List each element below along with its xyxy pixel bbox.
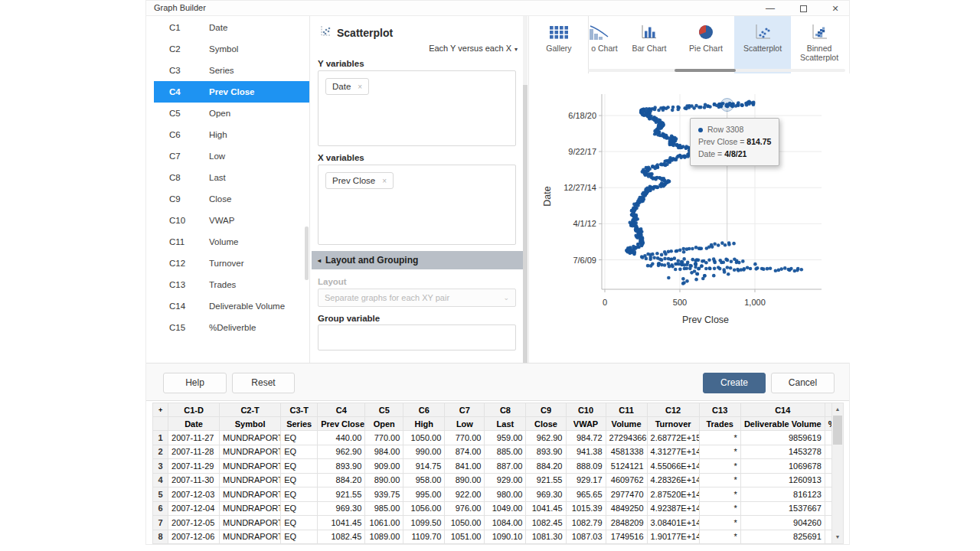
worksheet-cell[interactable]: 1453278	[740, 445, 825, 459]
remove-chip-icon[interactable]: ×	[382, 177, 387, 185]
cancel-button[interactable]: Cancel	[771, 373, 835, 393]
worksheet-cell[interactable]: MUNDRAPORT	[220, 431, 281, 445]
worksheet-cell[interactable]: 5124121	[606, 459, 647, 474]
column-header-id[interactable]: C13	[699, 403, 740, 417]
worksheet-cell[interactable]: 958.00	[403, 473, 445, 487]
worksheet-cell[interactable]: *	[699, 530, 740, 544]
worksheet-cell[interactable]: 816123	[740, 487, 825, 502]
column-item-c7[interactable]: C7Low	[154, 145, 309, 167]
worksheet-cell[interactable]: 2007-12-04	[168, 501, 220, 516]
minimize-button[interactable]: —	[763, 2, 777, 15]
column-header-name[interactable]: Low	[445, 417, 485, 431]
worksheet-cell[interactable]: 995.00	[403, 487, 445, 502]
worksheet-cell[interactable]	[825, 487, 831, 502]
worksheet-cell[interactable]: 890.00	[445, 473, 485, 487]
worksheet-cell[interactable]: 1051.00	[445, 530, 485, 544]
worksheet-cell[interactable]: 9859619	[740, 431, 825, 445]
column-header-id[interactable]: C10	[566, 403, 606, 417]
gallery-item-binned-scatterplot[interactable]: Binned Scatterplot	[791, 16, 848, 73]
worksheet-cell[interactable]: 1056.00	[403, 501, 445, 516]
y-variables-box[interactable]: Date×	[318, 70, 516, 146]
column-item-c2[interactable]: C2Symbol	[154, 38, 309, 60]
worksheet-cell[interactable]: *	[699, 431, 740, 445]
worksheet-cell[interactable]: 976.00	[445, 501, 485, 516]
column-header-name[interactable]: Trades	[699, 417, 740, 431]
worksheet-cell[interactable]: 888.09	[566, 459, 606, 474]
column-item-c10[interactable]: C10VWAP	[154, 210, 309, 231]
worksheet-cell[interactable]: 1061.00	[365, 516, 403, 530]
worksheet-cell[interactable]: 2007-11-28	[168, 445, 220, 459]
x-variables-box[interactable]: Prev Close×	[318, 165, 516, 245]
worksheet-cell[interactable]: 1081.30	[526, 530, 566, 544]
worksheet-cell[interactable]: *	[699, 445, 740, 459]
worksheet-cell[interactable]: 1537667	[740, 501, 825, 516]
worksheet-cell[interactable]: 985.00	[365, 501, 403, 516]
worksheet-cell[interactable]: 2.87520E+14	[647, 487, 699, 502]
worksheet-cell[interactable]: 921.55	[318, 487, 365, 502]
worksheet-cell[interactable]: *	[699, 501, 740, 516]
worksheet-cell[interactable]: 887.00	[485, 459, 526, 474]
row-number[interactable]: 6	[153, 501, 168, 516]
worksheet-cell[interactable]: 27294366	[606, 431, 647, 445]
row-number[interactable]: 4	[153, 473, 168, 487]
worksheet-cell[interactable]: *	[699, 487, 740, 502]
gallery-item-pareto-chart[interactable]: o Chart	[588, 16, 621, 73]
worksheet-cell[interactable]: 2977470	[606, 487, 647, 502]
panel-scrollbar[interactable]	[523, 16, 528, 362]
worksheet-scrollbar[interactable]: ▲ ▼	[831, 403, 844, 544]
worksheet-cell[interactable]: 929.17	[566, 473, 606, 487]
gallery-scrollbar-thumb[interactable]	[675, 69, 736, 72]
worksheet-cell[interactable]: MUNDRAPORT	[220, 501, 281, 516]
worksheet-cell[interactable]: 962.90	[318, 445, 365, 459]
layout-grouping-header[interactable]: ◂Layout and Grouping	[312, 251, 524, 269]
worksheet-cell[interactable]: 969.30	[526, 487, 566, 502]
worksheet-cell[interactable]	[825, 530, 831, 544]
column-header-name[interactable]: Last	[485, 417, 526, 431]
worksheet-cell[interactable]: 4.31277E+14	[647, 445, 699, 459]
column-header-name[interactable]: Volume	[606, 417, 647, 431]
column-header-name[interactable]: Prev Close	[318, 417, 365, 431]
column-item-c15[interactable]: C15%Deliverble	[154, 317, 309, 338]
column-item-c4[interactable]: C4Prev Close	[154, 81, 309, 103]
worksheet-cell[interactable]: 440.00	[318, 431, 365, 445]
worksheet-cell[interactable]: EQ	[281, 445, 318, 459]
worksheet-cell[interactable]: 4849250	[606, 501, 647, 516]
row-number[interactable]: 8	[153, 530, 168, 544]
reset-button[interactable]: Reset	[232, 373, 295, 393]
worksheet-cell[interactable]: 770.00	[445, 431, 485, 445]
worksheet-cell[interactable]: 1089.00	[365, 530, 403, 544]
gallery-item-scatterplot[interactable]: Scatterplot	[734, 16, 791, 73]
gallery-item-pie-chart[interactable]: Pie Chart	[678, 16, 734, 73]
worksheet-cell[interactable]: 4609762	[606, 473, 647, 487]
worksheet-cell[interactable]: 1050.00	[403, 431, 445, 445]
worksheet-cell[interactable]: 939.75	[365, 487, 403, 502]
worksheet-cell[interactable]: 984.72	[566, 431, 606, 445]
worksheet-cell[interactable]: EQ	[281, 516, 318, 530]
worksheet-cell[interactable]: 890.00	[365, 473, 403, 487]
column-header-id[interactable]: C2-T	[220, 403, 281, 417]
column-header-name[interactable]: Series	[281, 417, 318, 431]
worksheet-cell[interactable]: 1749516	[606, 530, 647, 544]
worksheet-cell[interactable]: 1041.45	[526, 501, 566, 516]
worksheet-cell[interactable]: 3.08401E+14	[647, 516, 699, 530]
worksheet-corner-cell[interactable]: +	[153, 403, 168, 417]
worksheet-cell[interactable]: *	[699, 473, 740, 487]
worksheet-cell[interactable]: 1.90177E+14	[647, 530, 699, 544]
worksheet-cell[interactable]: 904260	[740, 516, 825, 530]
close-button[interactable]: ✕	[828, 2, 842, 15]
column-item-c6[interactable]: C6High	[154, 124, 309, 145]
worksheet-cell[interactable]: MUNDRAPORT	[220, 459, 281, 474]
worksheet-cell[interactable]: 2.68772E+15	[647, 431, 699, 445]
worksheet-cell[interactable]: 922.00	[445, 487, 485, 502]
column-item-c5[interactable]: C5Open	[154, 103, 309, 124]
column-header-id[interactable]: C8	[485, 403, 526, 417]
worksheet-cell[interactable]: 2007-12-06	[168, 530, 220, 544]
worksheet-cell[interactable]: MUNDRAPORT	[220, 487, 281, 502]
worksheet-cell[interactable]: 1109.70	[403, 530, 445, 544]
worksheet-cell[interactable]: 959.00	[485, 431, 526, 445]
column-header-id[interactable]: C6	[403, 403, 445, 417]
worksheet-cell[interactable]: 1087.03	[566, 530, 606, 544]
column-header-id[interactable]: C1-D	[168, 403, 220, 417]
worksheet-cell[interactable]: EQ	[281, 487, 318, 502]
worksheet-cell[interactable]: 893.90	[318, 459, 365, 474]
